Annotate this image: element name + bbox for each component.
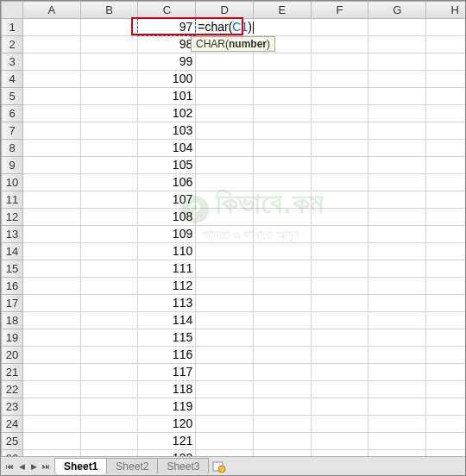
row-header[interactable]: 20 <box>2 347 23 364</box>
cell-B24[interactable] <box>80 416 138 433</box>
cell-H13[interactable] <box>426 226 465 243</box>
cell-B26[interactable] <box>80 450 138 457</box>
cell-H25[interactable] <box>426 433 465 450</box>
cell-G18[interactable] <box>368 312 426 329</box>
cell-A14[interactable] <box>23 243 81 260</box>
cell-B21[interactable] <box>80 364 138 381</box>
cell-B17[interactable] <box>80 295 138 312</box>
cell-E14[interactable] <box>253 243 311 260</box>
cell-E23[interactable] <box>253 398 311 416</box>
cell-B8[interactable] <box>80 140 138 157</box>
cell-C21[interactable]: 117 <box>138 364 196 381</box>
cell-H2[interactable] <box>426 36 465 53</box>
cell-F14[interactable] <box>311 243 368 260</box>
cell-A23[interactable] <box>23 398 81 416</box>
cell-H22[interactable] <box>426 381 465 398</box>
cell-E22[interactable] <box>253 381 311 398</box>
column-header-h[interactable]: H <box>426 2 465 19</box>
cell-E19[interactable] <box>253 329 311 347</box>
row-header[interactable]: 2 <box>2 36 23 53</box>
spreadsheet-grid[interactable]: ABCDEFGH197=char(C1)29839941005101610271… <box>1 1 465 456</box>
row-header[interactable]: 16 <box>2 278 23 295</box>
cell-H23[interactable] <box>426 398 465 416</box>
row-header[interactable]: 24 <box>2 416 23 433</box>
cell-A13[interactable] <box>23 226 81 243</box>
row-header[interactable]: 19 <box>2 329 23 347</box>
column-header-b[interactable]: B <box>80 2 138 19</box>
cell-F7[interactable] <box>311 122 368 140</box>
cell-A15[interactable] <box>23 260 81 278</box>
cell-A17[interactable] <box>23 295 81 312</box>
cell-H12[interactable] <box>426 209 465 226</box>
cell-D26[interactable] <box>196 450 254 457</box>
cell-A11[interactable] <box>23 191 81 209</box>
cell-A6[interactable] <box>23 105 81 122</box>
cell-F12[interactable] <box>311 209 368 226</box>
cell-F11[interactable] <box>311 191 368 209</box>
cell-G21[interactable] <box>368 364 426 381</box>
cell-F8[interactable] <box>311 140 368 157</box>
cell-G12[interactable] <box>368 209 426 226</box>
cell-H14[interactable] <box>426 243 465 260</box>
cell-E17[interactable] <box>253 295 311 312</box>
cell-G19[interactable] <box>368 329 426 347</box>
cell-G24[interactable] <box>368 416 426 433</box>
column-header-c[interactable]: C <box>138 2 196 19</box>
cell-H16[interactable] <box>426 278 465 295</box>
cell-C16[interactable]: 112 <box>138 278 196 295</box>
cell-E16[interactable] <box>253 278 311 295</box>
cell-H15[interactable] <box>426 260 465 278</box>
cell-E25[interactable] <box>253 433 311 450</box>
cell-G4[interactable] <box>368 71 426 88</box>
cell-G3[interactable] <box>368 53 426 71</box>
cell-G14[interactable] <box>368 243 426 260</box>
cell-G10[interactable] <box>368 174 426 191</box>
cell-H3[interactable] <box>426 53 465 71</box>
cell-F6[interactable] <box>311 105 368 122</box>
cell-C11[interactable]: 107 <box>138 191 196 209</box>
cell-C20[interactable]: 116 <box>138 347 196 364</box>
cell-H20[interactable] <box>426 347 465 364</box>
cell-C10[interactable]: 106 <box>138 174 196 191</box>
cell-A16[interactable] <box>23 278 81 295</box>
row-header[interactable]: 7 <box>2 122 23 140</box>
cell-A21[interactable] <box>23 364 81 381</box>
cell-F23[interactable] <box>311 398 368 416</box>
cell-E15[interactable] <box>253 260 311 278</box>
column-header-e[interactable]: E <box>253 2 311 19</box>
cell-D14[interactable] <box>196 243 254 260</box>
cell-G8[interactable] <box>368 140 426 157</box>
cell-E9[interactable] <box>253 157 311 174</box>
cell-A26[interactable] <box>23 450 81 457</box>
cell-D5[interactable] <box>196 88 254 105</box>
cell-E11[interactable] <box>253 191 311 209</box>
cell-G15[interactable] <box>368 260 426 278</box>
cell-A12[interactable] <box>23 209 81 226</box>
cell-G22[interactable] <box>368 381 426 398</box>
cell-E4[interactable] <box>253 71 311 88</box>
cell-G9[interactable] <box>368 157 426 174</box>
cell-A5[interactable] <box>23 88 81 105</box>
row-header[interactable]: 18 <box>2 312 23 329</box>
cell-E3[interactable] <box>253 53 311 71</box>
cell-D19[interactable] <box>196 329 254 347</box>
cell-C3[interactable]: 99 <box>138 53 196 71</box>
sheet-tab[interactable]: Sheet3 <box>157 458 209 474</box>
cell-H19[interactable] <box>426 329 465 347</box>
cell-H24[interactable] <box>426 416 465 433</box>
cell-F22[interactable] <box>311 381 368 398</box>
tab-nav-first-icon[interactable]: ⏮ <box>4 460 15 473</box>
cell-B18[interactable] <box>80 312 138 329</box>
cell-D16[interactable] <box>196 278 254 295</box>
cell-C8[interactable]: 104 <box>138 140 196 157</box>
cell-F2[interactable] <box>311 36 368 53</box>
cell-B2[interactable] <box>80 36 138 53</box>
row-header[interactable]: 22 <box>2 381 23 398</box>
cell-H26[interactable] <box>426 450 465 457</box>
cell-C13[interactable]: 109 <box>138 226 196 243</box>
cell-F1[interactable] <box>311 19 368 36</box>
cell-E6[interactable] <box>253 105 311 122</box>
cell-D3[interactable] <box>196 53 254 71</box>
cell-E21[interactable] <box>253 364 311 381</box>
cell-D24[interactable] <box>196 416 254 433</box>
